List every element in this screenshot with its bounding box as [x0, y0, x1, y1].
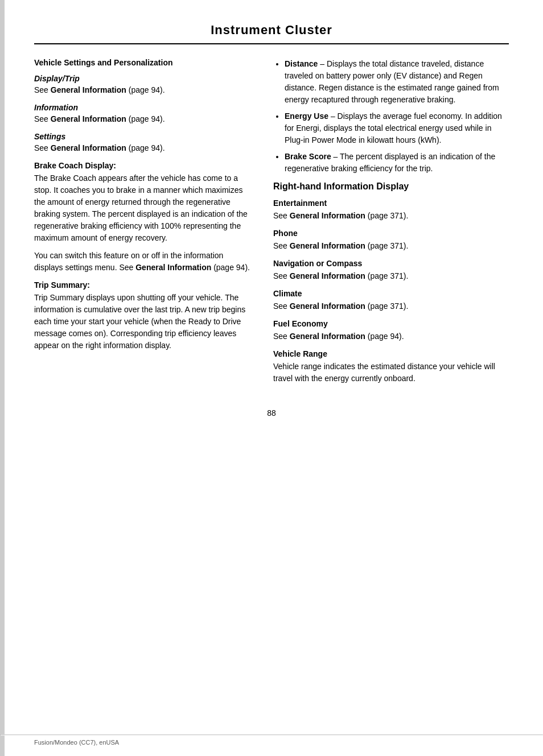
bullet-list: Distance – Displays the total distance t… [285, 58, 509, 175]
information-text: See General Information (page 94). [34, 113, 250, 125]
display-trip-link: General Information [51, 85, 126, 94]
climate-text: See General Information (page 371). [273, 300, 509, 312]
footer-text: Fusion/Mondeo (CC7), enUSA [34, 739, 119, 746]
navigation-link: General Information [290, 271, 365, 280]
display-trip-text: See General Information (page 94). [34, 84, 250, 96]
distance-label: Distance [285, 59, 318, 68]
phone-text: See General Information (page 371). [273, 240, 509, 252]
brake-score-label: Brake Score [285, 152, 331, 161]
right-column: Distance – Displays the total distance t… [273, 58, 509, 391]
fuel-economy-text: See General Information (page 94). [273, 331, 509, 342]
climate-section: Climate See General Information (page 37… [273, 289, 509, 312]
entertainment-text: See General Information (page 371). [273, 210, 509, 222]
settings-link: General Information [51, 143, 126, 152]
vehicle-settings-section: Vehicle Settings and Personalization [34, 58, 250, 67]
page-number: 88 [34, 408, 509, 418]
brake-coach-heading: Brake Coach Display: [34, 161, 250, 170]
display-trip-section: Display/Trip See General Information (pa… [34, 74, 250, 96]
settings-heading: Settings [34, 132, 250, 141]
phone-section: Phone See General Information (page 371)… [273, 229, 509, 252]
vehicle-settings-heading: Vehicle Settings and Personalization [34, 58, 250, 67]
navigation-heading: Navigation or Compass [273, 259, 509, 268]
information-link: General Information [51, 114, 126, 123]
left-column: Vehicle Settings and Personalization Dis… [34, 58, 250, 391]
brake-coach-para1: The Brake Coach appears after the vehicl… [34, 172, 250, 244]
energy-use-label: Energy Use [285, 111, 328, 121]
brake-coach-link: General Information [135, 263, 211, 272]
entertainment-section: Entertainment See General Information (p… [273, 199, 509, 222]
phone-heading: Phone [273, 229, 509, 238]
fuel-economy-link: General Information [290, 332, 365, 341]
vehicle-range-para: Vehicle range indicates the estimated di… [273, 361, 509, 385]
climate-heading: Climate [273, 289, 509, 298]
list-item: Brake Score – The percent displayed is a… [285, 151, 509, 175]
fuel-economy-section: Fuel Economy See General Information (pa… [273, 319, 509, 342]
climate-link: General Information [290, 301, 365, 311]
information-section: Information See General Information (pag… [34, 103, 250, 125]
trip-summary-section: Trip Summary: Trip Summary displays upon… [34, 280, 250, 352]
vehicle-range-heading: Vehicle Range [273, 349, 509, 358]
display-trip-heading: Display/Trip [34, 74, 250, 83]
page-title: Instrument Cluster [34, 23, 509, 38]
settings-text: See General Information (page 94). [34, 142, 250, 154]
list-item: Energy Use – Displays the average fuel e… [285, 110, 509, 146]
brake-coach-para2: You can switch this feature on or off in… [34, 250, 250, 274]
trip-summary-para: Trip Summary displays upon shutting off … [34, 292, 250, 352]
phone-link: General Information [290, 241, 365, 250]
entertainment-link: General Information [290, 211, 365, 220]
information-heading: Information [34, 103, 250, 112]
navigation-section: Navigation or Compass See General Inform… [273, 259, 509, 282]
trip-summary-heading: Trip Summary: [34, 280, 250, 290]
list-item: Distance – Displays the total distance t… [285, 58, 509, 106]
entertainment-heading: Entertainment [273, 199, 509, 208]
fuel-economy-heading: Fuel Economy [273, 319, 509, 328]
rh-info-display-heading: Right-hand Information Display [273, 181, 509, 192]
navigation-text: See General Information (page 371). [273, 270, 509, 282]
vehicle-range-section: Vehicle Range Vehicle range indicates th… [273, 349, 509, 385]
brake-coach-section: Brake Coach Display: The Brake Coach app… [34, 161, 250, 274]
settings-section: Settings See General Information (page 9… [34, 132, 250, 154]
